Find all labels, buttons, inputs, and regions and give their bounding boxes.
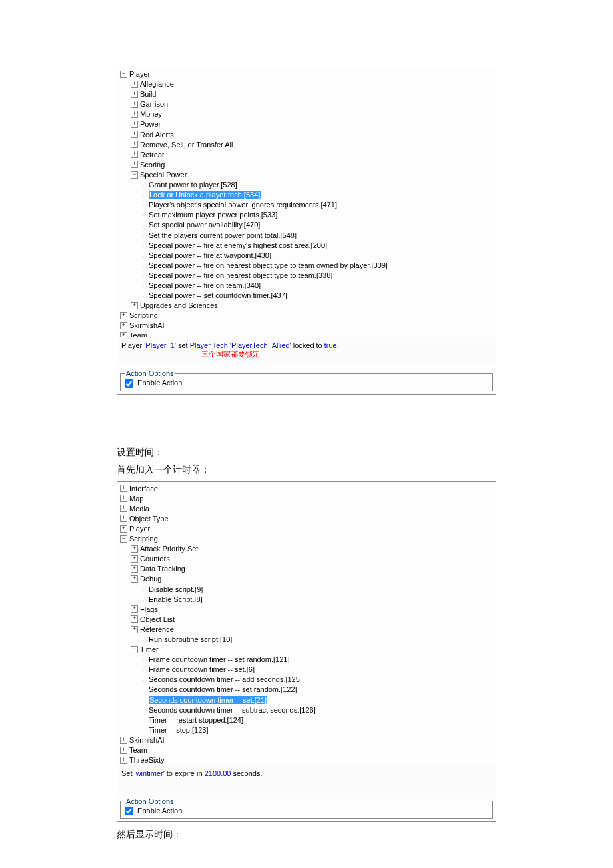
tree-item-label[interactable]: Disable script.[9] xyxy=(149,585,203,593)
tree-item-label[interactable]: Frame countdown timer -- set.[6] xyxy=(149,665,255,673)
expand-icon[interactable]: + xyxy=(131,615,138,623)
tree-branch[interactable]: +Money xyxy=(120,109,493,119)
tree-branch[interactable]: +Object Type xyxy=(120,513,493,523)
tree-branch[interactable]: +Team xyxy=(120,745,493,755)
tree-branch[interactable]: −Special Power xyxy=(120,169,493,179)
tree-leaf[interactable]: …Special power -- fire at waypoint.[430] xyxy=(120,250,493,260)
tree-item-label[interactable]: Attack Priority Set xyxy=(140,545,198,553)
tree-leaf[interactable]: …Disable script.[9] xyxy=(120,584,493,594)
tree-item-label[interactable]: SkirmishAI xyxy=(129,321,165,329)
link-seconds[interactable]: 2100.00 xyxy=(205,769,231,777)
tree-branch[interactable]: +Reference xyxy=(120,624,493,634)
expand-icon[interactable]: + xyxy=(120,515,127,522)
expand-icon[interactable]: + xyxy=(131,302,138,309)
tree-branch[interactable]: −Timer xyxy=(120,644,493,654)
tree-item-label[interactable]: SkirmishAI xyxy=(129,736,165,744)
expand-icon[interactable]: + xyxy=(120,747,127,754)
expand-icon[interactable]: + xyxy=(131,141,138,148)
expand-icon[interactable]: + xyxy=(131,161,138,168)
collapse-icon[interactable]: − xyxy=(120,71,127,78)
expand-icon[interactable]: + xyxy=(131,131,138,138)
tree-item-label[interactable]: Debug xyxy=(140,575,161,583)
tree-branch[interactable]: +Attack Priority Set xyxy=(120,543,493,553)
expand-icon[interactable]: + xyxy=(131,575,138,583)
tree-item-label[interactable]: Scoring xyxy=(140,161,165,169)
tree-item-label[interactable]: Special power -- fire on nearest object … xyxy=(149,271,332,279)
tree-item-label[interactable]: Enable Script.[8] xyxy=(149,595,203,603)
action-tree-1[interactable]: −Player+Allegiance+Build+Garrison+Money+… xyxy=(117,67,496,337)
tree-item-label[interactable]: Special power -- set countdown timer.[43… xyxy=(149,291,287,299)
tree-branch[interactable]: +SkirmishAI xyxy=(120,735,493,745)
tree-item-label[interactable]: Upgrades and Sciences xyxy=(140,301,218,309)
action-tree-2[interactable]: +Interface+Map+Media+Object Type+Player−… xyxy=(117,482,496,765)
tree-item-label[interactable]: Interface xyxy=(129,485,158,493)
tree-leaf[interactable]: …Set special power availability.[470] xyxy=(120,219,493,229)
tree-leaf[interactable]: …Seconds countdown timer -- set.[21] xyxy=(120,695,493,705)
expand-icon[interactable]: + xyxy=(131,101,138,108)
tree-item-label[interactable]: Player's object's special power ignores … xyxy=(149,201,337,209)
tree-item-label[interactable]: Seconds countdown timer -- subtract seco… xyxy=(149,706,316,714)
tree-branch[interactable]: +Map xyxy=(120,493,493,503)
tree-branch[interactable]: +Garrison xyxy=(120,99,493,109)
tree-leaf[interactable]: …Set the players current power point tot… xyxy=(120,230,493,240)
collapse-icon[interactable]: − xyxy=(120,535,127,543)
tree-leaf[interactable]: …Enable Script.[8] xyxy=(120,594,493,604)
enable-action-label-2[interactable]: Enable Action xyxy=(125,807,182,815)
tree-item-label[interactable]: Map xyxy=(129,495,143,503)
expand-icon[interactable]: + xyxy=(131,91,138,98)
tree-item-label[interactable]: Seconds countdown timer -- set random.[1… xyxy=(149,686,297,694)
tree-branch[interactable]: +Upgrades and Sciences xyxy=(120,300,493,310)
tree-item-label[interactable]: Object List xyxy=(140,615,175,623)
tree-branch[interactable]: +Player xyxy=(120,523,493,533)
tree-leaf[interactable]: …Set maximum player power points.[533] xyxy=(120,209,493,219)
tree-item-label[interactable]: Special power -- fire on team.[340] xyxy=(149,281,261,289)
expand-icon[interactable]: + xyxy=(131,565,138,573)
expand-icon[interactable]: + xyxy=(120,505,127,512)
expand-icon[interactable]: + xyxy=(120,312,127,319)
tree-branch[interactable]: −Scripting xyxy=(120,533,493,543)
tree-leaf[interactable]: …Run subroutine script.[10] xyxy=(120,634,493,644)
expand-icon[interactable]: + xyxy=(131,626,138,633)
tree-item-label[interactable]: Garrison xyxy=(140,100,168,108)
tree-item-label[interactable]: Set special power availability.[470] xyxy=(149,221,260,229)
link-playertech[interactable]: Player Tech 'PlayerTech_Allied' xyxy=(190,341,291,349)
tree-item-label[interactable]: Seconds countdown timer -- set.[21] xyxy=(149,696,267,704)
tree-leaf[interactable]: …Frame countdown timer -- set random.[12… xyxy=(120,654,493,664)
tree-item-label[interactable]: Special power -- fire at enemy's highest… xyxy=(149,241,327,249)
tree-branch[interactable]: +Media xyxy=(120,503,493,513)
tree-item-label[interactable]: Timer xyxy=(140,645,159,653)
tree-item-label[interactable]: Red Alerts xyxy=(140,131,174,139)
tree-branch[interactable]: +Data Tracking xyxy=(120,563,493,573)
tree-item-label[interactable]: Team xyxy=(129,746,147,754)
tree-branch[interactable]: +SkirmishAI xyxy=(120,320,493,330)
tree-item-label[interactable]: Retreat xyxy=(140,151,164,159)
tree-branch[interactable]: −Player xyxy=(120,69,493,79)
tree-item-label[interactable]: Timer -- restart stopped.[124] xyxy=(149,716,243,724)
tree-item-label[interactable]: Flags xyxy=(140,605,158,613)
tree-branch[interactable]: +Counters xyxy=(120,553,493,563)
link-true[interactable]: true xyxy=(324,341,337,349)
enable-action-checkbox[interactable] xyxy=(125,379,133,388)
tree-item-label[interactable]: Special Power xyxy=(140,171,187,179)
tree-branch[interactable]: +Allegiance xyxy=(120,79,493,89)
tree-item-label[interactable]: Timer -- stop.[123] xyxy=(149,726,208,734)
tree-leaf[interactable]: …Special power -- fire on team.[340] xyxy=(120,280,493,290)
expand-icon[interactable]: + xyxy=(131,605,138,613)
collapse-icon[interactable]: − xyxy=(131,171,138,179)
tree-item-label[interactable]: Frame countdown timer -- set random.[121… xyxy=(149,655,290,663)
tree-item-label[interactable]: Special power -- fire on nearest object … xyxy=(149,261,388,269)
expand-icon[interactable]: + xyxy=(120,332,127,337)
expand-icon[interactable]: + xyxy=(120,757,127,764)
tree-branch[interactable]: +Red Alerts xyxy=(120,129,493,139)
collapse-icon[interactable]: − xyxy=(131,646,138,653)
tree-leaf[interactable]: …Timer -- restart stopped.[124] xyxy=(120,715,493,725)
tree-branch[interactable]: +ThreeSixty xyxy=(120,755,493,764)
expand-icon[interactable]: + xyxy=(120,737,127,744)
tree-item-label[interactable]: Run subroutine script.[10] xyxy=(149,635,232,643)
enable-action-checkbox-2[interactable] xyxy=(125,807,133,815)
tree-leaf[interactable]: …Seconds countdown timer -- add seconds.… xyxy=(120,674,493,684)
tree-leaf[interactable]: …Player's object's special power ignores… xyxy=(120,199,493,209)
tree-leaf[interactable]: …Special power -- set countdown timer.[4… xyxy=(120,290,493,300)
tree-item-label[interactable]: Team xyxy=(129,332,147,337)
tree-branch[interactable]: +Scoring xyxy=(120,159,493,169)
